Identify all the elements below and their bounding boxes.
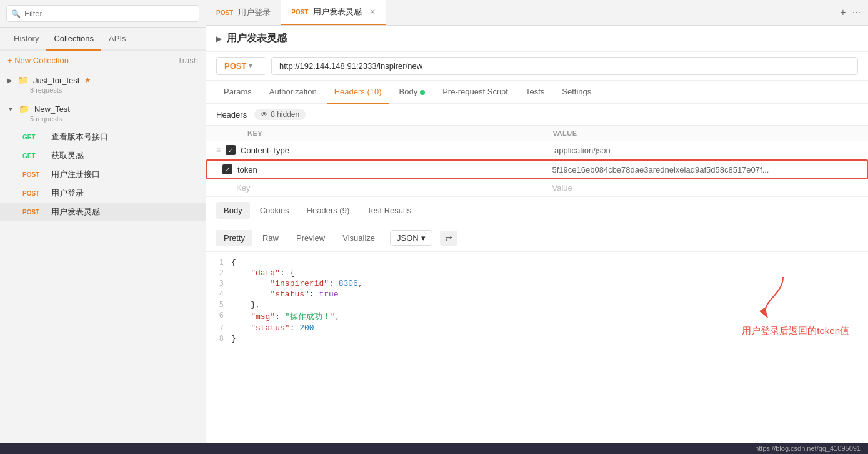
hidden-headers-badge[interactable]: 👁 8 hidden [254, 109, 306, 120]
method-badge-get: GET [22, 153, 45, 159]
format-selector[interactable]: JSON ▾ [390, 230, 432, 246]
body-tab-test-results[interactable]: Test Results [359, 202, 419, 219]
body-tabs: Body Cookies Headers (9) Test Results [206, 197, 868, 224]
headers-section: Headers 👁 8 hidden [206, 104, 868, 126]
method-badge-post: POST [22, 209, 45, 216]
headers-table-header: KEY VALUE [206, 126, 868, 141]
collection-name: Just_for_test [33, 76, 79, 85]
sidebar: 🔍 History Collections APIs + New Collect… [0, 0, 206, 443]
tab-apis[interactable]: APIs [101, 28, 133, 51]
collection-list: ▶ 📁 Just_for_test ★ 8 requests ▼ 📁 New_T… [0, 70, 206, 443]
nav-tab-tests[interactable]: Tests [518, 81, 552, 104]
request-item-get-inspire[interactable]: GET 获取灵感 [0, 146, 206, 165]
row-val-value[interactable]: 5f19ce16eb084cbe78dae3arednelxelad9af5d5… [552, 165, 857, 174]
body-view-raw[interactable]: Raw [255, 230, 286, 246]
close-tab-button[interactable]: ✕ [369, 8, 376, 16]
folder-icon: 📁 [19, 104, 29, 114]
collapse-arrow-icon: ▶ [7, 77, 12, 84]
body-view-pretty[interactable]: Pretty [216, 230, 252, 246]
request-tabs: POST 用户登录 POST 用户发表灵感 ✕ + ··· [206, 0, 868, 26]
nav-tab-authorization[interactable]: Authorization [262, 81, 324, 104]
sidebar-actions: + New Collection Trash [0, 51, 206, 70]
header-row-token: ✓ token 5f19ce16eb084cbe78dae3arednelxel… [206, 159, 868, 179]
tab-actions: + ··· [832, 7, 868, 18]
method-dropdown-arrow: ▾ [249, 62, 252, 70]
tab-method-badge: POST [216, 9, 233, 16]
request-name: 查看版本号接口 [51, 131, 108, 143]
eye-icon: 👁 [261, 110, 268, 119]
row-key-value[interactable]: Content-Type [241, 146, 554, 155]
nav-tab-params[interactable]: Params [216, 81, 259, 104]
format-dropdown-icon: ▾ [421, 233, 426, 243]
method-select[interactable]: POST ▾ [216, 57, 266, 75]
bottom-url-text: https://blog.csdn.net/qq_41095091 [755, 445, 861, 452]
row-key-value[interactable]: token [237, 165, 552, 174]
method-badge-get: GET [22, 134, 45, 141]
title-arrow-icon: ▶ [216, 34, 222, 43]
new-val-input[interactable]: Value [552, 183, 859, 193]
add-tab-button[interactable]: + [840, 7, 846, 18]
request-item-login[interactable]: POST 用户登录 [0, 184, 206, 203]
req-tab-post-inspire[interactable]: POST 用户发表灵感 ✕ [281, 0, 386, 25]
tab-name: 用户发表灵感 [313, 6, 362, 18]
req-tab-login[interactable]: POST 用户登录 [206, 0, 281, 25]
request-title: 用户发表灵感 [227, 32, 287, 45]
filter-input[interactable] [6, 5, 199, 22]
body-view-tabs: Pretty Raw Preview Visualize JSON ▾ ⇄ [206, 224, 868, 252]
code-line-6: 6 "msg": "操作成功！", [206, 310, 868, 323]
search-icon: 🔍 [11, 9, 21, 18]
more-options-button[interactable]: ··· [852, 7, 861, 18]
request-name: 获取灵感 [51, 150, 84, 161]
collection-new-test[interactable]: ▼ 📁 New_Test 5 requests [0, 99, 206, 128]
nav-tab-pre-request[interactable]: Pre-request Script [435, 81, 516, 104]
body-tab-body[interactable]: Body [216, 202, 250, 219]
code-line-7: 7 "status": 200 [206, 323, 868, 333]
collapse-arrow-icon: ▼ [7, 106, 14, 113]
url-bar: POST ▾ [206, 52, 868, 81]
headers-label: Headers [216, 110, 247, 119]
row-checkbox[interactable]: ✓ [222, 164, 232, 174]
key-column-header: KEY [216, 129, 553, 137]
folder-icon: 📁 [17, 75, 28, 85]
right-panel: POST 用户登录 POST 用户发表灵感 ✕ + ··· ▶ 用户发表灵感 P… [206, 0, 868, 443]
method-label: POST [224, 61, 246, 71]
body-tab-cookies[interactable]: Cookies [252, 202, 297, 219]
code-line-3: 3 "inspirerid": 8306, [206, 278, 868, 289]
request-item-check-version[interactable]: GET 查看版本号接口 [0, 128, 206, 146]
url-input[interactable] [271, 57, 858, 75]
tab-method-badge: POST [291, 9, 308, 16]
nav-tab-body[interactable]: Body [392, 81, 433, 104]
bottom-url-bar: https://blog.csdn.net/qq_41095091 [0, 443, 868, 454]
row-val-value[interactable]: application/json [554, 146, 858, 155]
body-tab-headers[interactable]: Headers (9) [299, 202, 357, 219]
sidebar-tabs: History Collections APIs [0, 28, 206, 51]
tab-collections[interactable]: Collections [46, 28, 101, 51]
code-line-5: 5 }, [206, 300, 868, 310]
hidden-count-label: 8 hidden [271, 110, 299, 119]
code-line-8: 8 } [206, 333, 868, 344]
request-item-post-inspire[interactable]: POST 用户发表灵感 [0, 203, 206, 221]
nav-tab-settings[interactable]: Settings [554, 81, 599, 104]
new-key-input[interactable]: Key [236, 183, 552, 193]
word-wrap-button[interactable]: ⇄ [440, 231, 457, 246]
collection-just-for-test[interactable]: ▶ 📁 Just_for_test ★ 8 requests [0, 70, 206, 99]
collection-sub-count: 5 requests [30, 115, 198, 123]
collection-sub-count: 8 requests [30, 86, 198, 94]
row-checkbox[interactable]: ✓ [226, 145, 236, 155]
format-label: JSON [397, 233, 419, 243]
header-row-new: Key Value [206, 179, 868, 197]
request-name: 用户发表灵感 [51, 206, 100, 218]
tab-name: 用户登录 [238, 7, 271, 18]
body-view-preview[interactable]: Preview [289, 230, 332, 246]
body-view-visualize[interactable]: Visualize [335, 230, 382, 246]
collection-name: New_Test [34, 104, 70, 114]
request-name: 用户登录 [51, 188, 84, 199]
nav-tab-headers[interactable]: Headers (10) [327, 81, 389, 104]
tab-history[interactable]: History [6, 28, 46, 51]
request-name: 用户注册接口 [51, 169, 100, 180]
trash-button[interactable]: Trash [177, 56, 198, 65]
new-collection-button[interactable]: + New Collection [7, 56, 69, 65]
request-item-register[interactable]: POST 用户注册接口 [0, 165, 206, 184]
drag-handle-icon: ≡ [216, 146, 221, 154]
request-title-bar: ▶ 用户发表灵感 [206, 26, 868, 52]
